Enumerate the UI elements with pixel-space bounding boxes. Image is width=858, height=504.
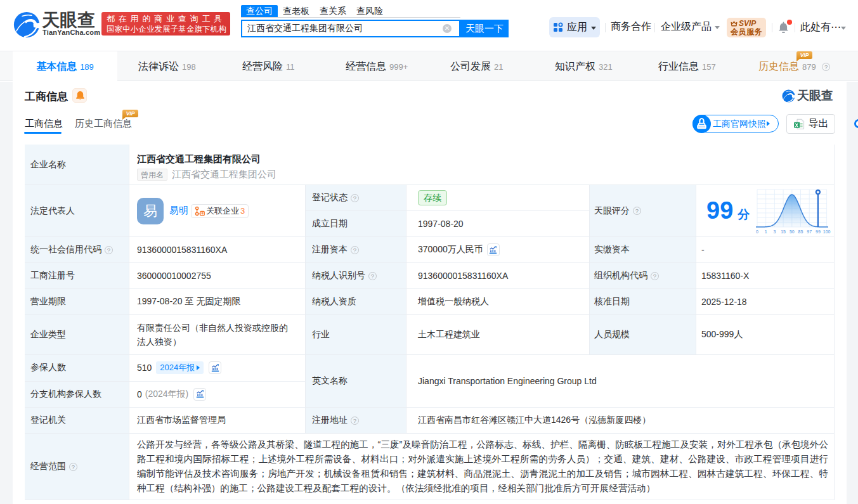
organization-code: 组织机构代码? — [590, 263, 696, 289]
help-icon[interactable]: ? — [351, 194, 359, 202]
help-icon[interactable]: ? — [633, 207, 641, 215]
tab-industry[interactable]: 行业信息157 — [658, 51, 716, 81]
divider — [772, 23, 772, 32]
help-icon[interactable]: ? — [822, 63, 830, 71]
legal-name-link[interactable]: 易明 — [169, 205, 188, 217]
bell-icon — [74, 89, 87, 103]
tab-legal-count: 198 — [182, 62, 196, 72]
tab-risk[interactable]: 经营风险11 — [242, 51, 295, 81]
tab-ip[interactable]: 知识产权321 — [555, 51, 613, 81]
excel-icon — [793, 119, 805, 130]
menu-enterprise-products[interactable]: 企业级产品 — [661, 20, 712, 34]
tab-operation-label: 经营信息 — [346, 61, 386, 72]
approval-date-value: 2025-12-18 — [701, 297, 747, 307]
insured-count-value: 510 — [137, 363, 152, 373]
registration-number-label: 工商注册号 — [30, 270, 75, 281]
subscribe-bell-button[interactable] — [72, 88, 87, 103]
capital-chart-icon[interactable] — [487, 243, 500, 256]
search-tab-risk[interactable]: 查风险 — [356, 5, 383, 17]
tab-history[interactable]: 历史信息879 ? — [758, 51, 830, 81]
svg-text:1: 1 — [765, 229, 767, 234]
annual-report-link[interactable]: 2024年报 — [156, 361, 204, 374]
english-name: 英文名称 — [306, 355, 406, 408]
staff-size-label: 人员规模 — [594, 329, 630, 340]
tab-legal[interactable]: 法律诉讼198 — [138, 51, 196, 81]
svg-text:15: 15 — [781, 229, 786, 234]
slogan-badge: 都在用的商业查询工具 国家中小企业发展子基金旗下机构 — [101, 12, 230, 36]
legal-avatar[interactable]: 易 — [137, 198, 164, 224]
company-nav-tabs: 基本信息189 法律诉讼198 经营风险11 经营信息999+ 公司发展21 知… — [0, 51, 858, 81]
subtab-history-business-info[interactable]: 历史工商信息 — [75, 118, 132, 130]
approval-date-label: 核准日期 — [594, 296, 630, 307]
help-icon[interactable]: ? — [69, 463, 77, 471]
company-name: 江西省交通工程集团有限公司曾用名江西省交通工程集团公司 — [129, 145, 835, 185]
apps-caret-icon — [591, 27, 596, 30]
staff-size-value: 500-999人 — [701, 329, 743, 340]
tab-basic-info[interactable]: 基本信息189 — [13, 51, 117, 82]
search-input[interactable] — [247, 21, 438, 36]
registration-authority-label: 登记机关 — [30, 415, 66, 426]
registration-status-label: 登记状态 — [312, 192, 348, 204]
insured-chart-icon[interactable] — [209, 361, 221, 374]
tab-industry-label: 行业信息 — [658, 61, 699, 72]
tab-development-count: 21 — [494, 62, 503, 72]
divider — [795, 23, 795, 32]
establish-date-value: 1997-08-20 — [418, 219, 464, 229]
tab-risk-label: 经营风险 — [242, 61, 283, 72]
user-menu[interactable]: 此处有⋯ — [800, 21, 841, 34]
paid-capital-label: 实缴资本 — [594, 244, 630, 255]
clear-search-icon[interactable]: ✕ — [443, 24, 452, 33]
branch-insured-chart-icon[interactable] — [193, 388, 206, 401]
divider — [654, 23, 655, 32]
search-button[interactable]: 天眼一下 — [460, 20, 509, 37]
registration-number: 360000010002755 — [129, 263, 306, 289]
organization-code: 15831160-X — [696, 263, 835, 289]
svg-text:85: 85 — [798, 229, 803, 234]
tab-legal-label: 法律诉讼 — [138, 61, 179, 72]
related-companies-tag[interactable]: 关联企业3 — [191, 204, 249, 218]
registration-status: 存续 — [406, 185, 590, 211]
apps-menu-button[interactable]: 应用 — [549, 17, 600, 37]
related-companies-label: 关联企业 — [206, 205, 239, 217]
tab-operation[interactable]: 经营信息999+ — [346, 51, 408, 81]
business-term: 1997-08-20 至 无固定期限 — [129, 289, 306, 315]
organization-code-value: 15831160-X — [701, 271, 749, 281]
svip-member-button[interactable]: SVIP 会员服务 — [727, 18, 766, 37]
search-box: ✕ — [241, 20, 460, 37]
tab-operation-count: 999+ — [389, 62, 408, 72]
taxpayer-id: 9136000015831160XA — [406, 263, 590, 289]
apps-menu-label: 应用 — [567, 21, 587, 34]
search-tab-boss[interactable]: 查老板 — [283, 5, 309, 17]
registration-status: 登记状态? — [306, 185, 406, 211]
registration-authority: 江西省市场监督管理局 — [129, 408, 306, 434]
company-name-value[interactable]: 江西省交通工程集团有限公司 — [137, 153, 261, 165]
org-structure-icon — [195, 206, 205, 216]
svg-text:0: 0 — [756, 229, 758, 234]
help-icon[interactable]: ? — [651, 272, 659, 280]
notification-bell-button[interactable] — [777, 22, 794, 36]
tab-industry-count: 157 — [702, 62, 716, 72]
tianyancha-logo[interactable]: 天眼查 TianYanCha.com — [13, 11, 96, 39]
approval-date: 2025-12-18 — [696, 289, 835, 315]
svip-sub-label: 会员服务 — [731, 28, 766, 36]
tianyancha-eye-icon — [13, 11, 40, 38]
menu-business-cooperation[interactable]: 商务合作 — [611, 20, 651, 34]
company-type-label: 企业类型 — [30, 329, 66, 340]
crown-icon — [731, 21, 738, 27]
organization-code-label: 组织机构代码 — [594, 270, 647, 281]
snapshot-button[interactable]: 工商官网快照 — [692, 115, 779, 132]
legal-representative: 易易明关联企业3 — [129, 185, 306, 237]
help-icon[interactable]: ? — [351, 246, 359, 254]
former-name-tag: 曾用名 — [137, 169, 167, 181]
export-button[interactable]: 导出 — [786, 114, 835, 134]
company-name-label: 企业名称 — [30, 159, 66, 171]
tab-development[interactable]: 公司发展21 — [450, 51, 503, 81]
search-tab-relation[interactable]: 查关系 — [320, 5, 346, 17]
help-icon[interactable]: ? — [105, 246, 113, 254]
score-value: 99 — [706, 197, 733, 224]
subtab-business-info[interactable]: 工商信息 — [25, 118, 63, 130]
establish-date: 1997-08-20 — [406, 211, 590, 237]
help-icon[interactable]: ? — [368, 272, 377, 280]
search-tab-company[interactable]: 查公司 — [241, 5, 278, 17]
help-icon[interactable]: ? — [351, 417, 359, 425]
